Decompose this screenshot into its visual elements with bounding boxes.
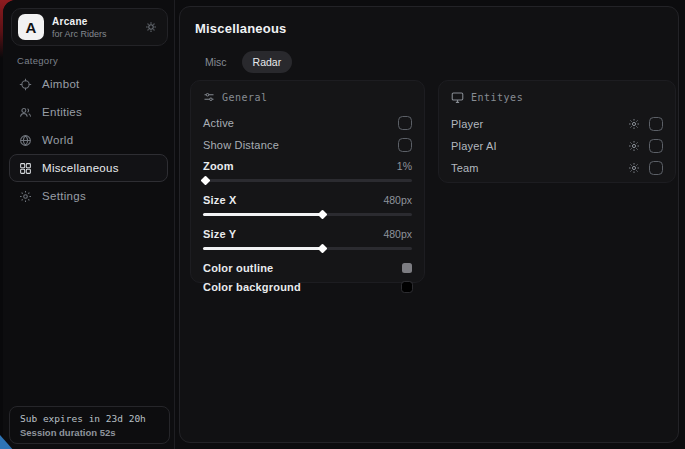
general-panel-header: General [203,91,412,103]
team-row: Team [451,157,663,179]
sidebar-item-entities[interactable]: Entities [9,98,168,126]
team-settings-icon[interactable] [628,162,640,174]
sidebar-item-label: Entities [42,106,82,118]
tab-bar: Misc Radar [194,51,292,73]
color-background-row: Color background [203,277,412,296]
color-outline-label: Color outline [203,262,273,274]
active-checkbox[interactable] [398,116,412,130]
color-background-label: Color background [203,281,301,293]
page-title: Miscellaneous [195,21,286,36]
sidebar-item-settings[interactable]: Settings [9,182,168,210]
zoom-slider[interactable] [203,179,412,182]
color-background-swatch[interactable] [402,282,412,292]
zoom-label: Zoom [203,160,234,172]
app-window: A Arcane for Arc Riders Category [3,0,685,449]
active-row: Active [203,112,412,134]
sidebar-item-label: Settings [42,190,86,202]
size-y-slider-thumb[interactable] [318,243,328,253]
users-icon [19,106,32,119]
grid-icon [19,162,32,175]
sub-expires-text: Sub expires in 23d 20h [20,413,159,424]
player-checkbox[interactable] [649,117,663,131]
app-logo: A [18,14,44,40]
refresh-icon[interactable] [145,21,157,33]
crosshair-icon [19,78,32,91]
general-panel-title: General [222,92,268,103]
globe-icon [19,134,32,147]
size-x-row: Size X 480px [203,190,412,209]
sidebar-item-world[interactable]: World [9,126,168,154]
entities-panel: Entityes Player Player AI [438,80,676,183]
sidebar-item-miscellaneous[interactable]: Miscellaneous [9,154,168,182]
subscription-card: Sub expires in 23d 20h Session duration … [9,406,170,444]
size-x-slider[interactable] [203,213,412,216]
size-x-value: 480px [383,194,412,206]
show-distance-checkbox[interactable] [398,138,412,152]
size-y-slider[interactable] [203,247,412,250]
category-label: Category [17,55,58,66]
tab-radar[interactable]: Radar [242,51,293,73]
zoom-row: Zoom 1% [203,156,412,175]
size-y-row: Size Y 480px [203,224,412,243]
entities-panel-header: Entityes [451,91,663,104]
player-ai-settings-icon[interactable] [628,140,640,152]
show-distance-row: Show Distance [203,134,412,156]
color-outline-row: Color outline [203,258,412,277]
sidebar-item-label: World [42,134,73,146]
general-panel: General Active Show Distance Zoom 1% [190,80,425,283]
team-checkbox[interactable] [649,161,663,175]
show-distance-label: Show Distance [203,139,279,151]
sidebar-nav: Aimbot Entities [9,70,168,210]
sidebar-item-label: Miscellaneous [42,162,119,174]
brand-card: A Arcane for Arc Riders [11,8,168,46]
sidebar-item-label: Aimbot [42,78,80,90]
zoom-slider-fill [203,179,205,182]
gear-icon [19,190,32,203]
color-outline-swatch[interactable] [402,263,412,273]
zoom-value: 1% [397,160,412,172]
player-label: Player [451,118,628,130]
team-label: Team [451,162,628,174]
sidebar-item-aimbot[interactable]: Aimbot [9,70,168,98]
screen: A Arcane for Arc Riders Category [0,0,685,449]
brand-text: Arcane for Arc Riders [52,16,145,39]
tab-misc[interactable]: Misc [194,51,238,73]
main-panel: Miscellaneous Misc Radar General Active [179,6,679,443]
player-ai-label: Player AI [451,140,628,152]
zoom-slider-thumb[interactable] [201,175,211,185]
size-y-slider-fill [203,247,322,250]
active-label: Active [203,117,234,129]
player-row: Player [451,113,663,135]
size-x-label: Size X [203,194,237,206]
player-ai-row: Player AI [451,135,663,157]
player-ai-checkbox[interactable] [649,139,663,153]
size-x-slider-fill [203,213,322,216]
player-settings-icon[interactable] [628,118,640,130]
app-name: Arcane [52,16,145,27]
app-subtitle: for Arc Riders [52,29,145,39]
sidebar: A Arcane for Arc Riders Category [3,0,175,449]
monitor-icon [451,91,464,104]
entities-panel-title: Entityes [471,92,523,103]
size-x-slider-thumb[interactable] [318,209,328,219]
size-y-value: 480px [383,228,412,240]
size-y-label: Size Y [203,228,236,240]
session-duration-text: Session duration 52s [20,427,159,438]
sliders-icon [203,91,215,103]
